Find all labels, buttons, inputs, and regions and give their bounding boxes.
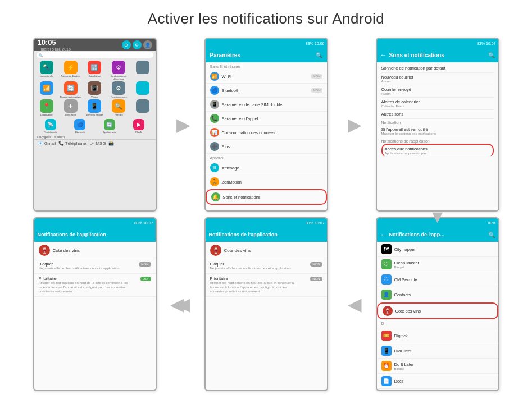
settings-sons-notif[interactable]: 🔔 Sons et notifications: [206, 189, 327, 205]
cell-home: 10:05 mardi 5 juil. 2016 ⊕ ⚙ 👤 🔍 🔦 Lampe…: [11, 38, 178, 212]
app-notif-off-bloquer: Bloquer Ne jamais afficher les notificat…: [206, 259, 327, 274]
home-time: 10:05: [38, 38, 74, 47]
app-notif-off-icon: 🍷: [210, 245, 221, 256]
app-notif-off-header: Notifications de l'application: [206, 227, 327, 242]
app-fonct: ⚙ Fonctionnement: [107, 81, 130, 98]
arrow-right-1: ▶: [176, 114, 190, 135]
app-row-cmsecurity[interactable]: 🛡 CM Security: [377, 272, 498, 287]
app-row-d[interactable]: D: [377, 319, 498, 328]
app-row-digitick[interactable]: 🎫 Digitick: [377, 328, 498, 343]
page-title: Activer les notifications sur Android: [148, 10, 385, 27]
settings-status-bar: 83%10:06: [206, 39, 327, 48]
app-extra: [131, 61, 154, 80]
sons-search-icon[interactable]: 🔍: [488, 52, 495, 58]
app-list-search-icon[interactable]: 🔍: [488, 232, 495, 238]
notif-row-sonnerie[interactable]: Sonnerie de notification par défaut: [381, 64, 494, 73]
app-notif-on-prio-toggle[interactable]: OUI: [140, 277, 151, 281]
app-row-doitlater[interactable]: ⏰ Do It Later Bloqué: [377, 359, 498, 374]
settings-section-device: Appareil: [206, 154, 327, 161]
settings-zenmotion[interactable]: 🏃 ZenMotion: [206, 175, 327, 189]
home-apps: 🔦 Lampe torche ⚡ Puissance & optim. 🔢 Ca…: [34, 59, 156, 118]
app-list-title: Notifications de l'app...: [389, 232, 486, 237]
app-vibreur: 📳 Vibreur: [83, 81, 106, 98]
arrow-left-5: ◀: [170, 293, 184, 315]
app-play: ▶ PlayTe: [125, 119, 153, 134]
home-carrier: Bouygues Telecom: [34, 135, 156, 139]
app-notif-off-prio-toggle[interactable]: NON: [310, 277, 322, 281]
app-calc: 🔢 Calculatrice: [83, 61, 106, 80]
sons-title: Sons et notifications: [389, 52, 486, 58]
settings-plus[interactable]: ➕ Plus: [206, 140, 327, 154]
app-notif-off-bloquer-toggle[interactable]: NON: [310, 262, 322, 267]
home-icon-2: ⚙: [133, 40, 142, 49]
settings-data[interactable]: 📊 Consommation des données: [206, 126, 327, 140]
app-notif-off-bloquer-title: Bloquer: [210, 262, 291, 267]
app-row-citymapper[interactable]: 🗺 Citymapper: [377, 242, 498, 257]
notif-row-courrier[interactable]: Nouveau courrier Aucun: [381, 73, 494, 85]
settings-sim[interactable]: 📱 Paramètres de carte SIM double: [206, 98, 327, 112]
home-date: mardi 5 juil. 2016: [38, 47, 74, 52]
notif-row-verrou[interactable]: Si l'appareil est verrouillé Masquer le …: [381, 125, 494, 137]
notif-section-label: Notification: [381, 119, 494, 125]
app-notif-on-prio-title: Prioritaire: [39, 276, 129, 281]
phone-app-notif-off: 83%10:07 Notifications de l'application …: [204, 217, 328, 391]
app-synchos: 🔄 Synchos auto: [96, 119, 124, 134]
phone-app-list: 83% ← Notifications de l'app... 🔍 🗺 City…: [376, 217, 499, 391]
cell-app-list: 83% ← Notifications de l'app... 🔍 🗺 City…: [354, 217, 521, 391]
phone-settings: 83%10:06 Paramètres 🔍 Sans fil et réseau…: [204, 38, 328, 212]
app-row-cleanmaster[interactable]: 🛡 Clean Master Bloqué: [377, 257, 498, 272]
app-notif-on-header: Notifications de l'application: [34, 227, 156, 242]
app-notif-on-title: Notifications de l'application: [38, 232, 106, 237]
notif-section-app: Notifications de l'application: [381, 137, 494, 144]
app-list-back-icon[interactable]: ←: [380, 231, 387, 239]
app-extra2: [131, 99, 154, 116]
cell-sons-notif: 83%10:07 ← Sons et notifications 🔍 Sonne…: [354, 38, 521, 212]
notif-row-acces[interactable]: Accès aux notifications Applications ne …: [381, 144, 494, 157]
app-puissance: ⚡ Puissance & optim.: [59, 61, 82, 80]
sons-content: Sonnerie de notification par défaut Nouv…: [377, 62, 498, 158]
app-point-acces: 📡 Point d'accès: [37, 119, 65, 134]
settings-bluetooth[interactable]: 🔵 Bluetooth NON: [206, 84, 327, 98]
app-notif-off-app-row: 🍷 Cote des vins: [206, 242, 327, 259]
app-notif-off-bloquer-desc: Ne jamais afficher les notifications de …: [210, 267, 291, 271]
app-notif-on-bloquer-desc: Ne jamais afficher les notifications de …: [39, 267, 120, 271]
sons-back-icon[interactable]: ←: [380, 51, 387, 59]
app-row-contacts[interactable]: 👤 Contacts: [377, 287, 498, 302]
app-list-header: ← Notifications de l'app... 🔍: [377, 227, 498, 242]
app-notif-on-prioritaire: Prioritaire Afficher les notifications e…: [34, 274, 156, 297]
settings-affichage[interactable]: 🖥 Affichage: [206, 161, 327, 175]
settings-wifi[interactable]: 📶 Wi-Fi NON: [206, 70, 327, 84]
app-bt2: 🔵 Bluetooth: [66, 119, 94, 134]
cell-app-notif-off: 83%10:07 Notifications de l'application …: [183, 217, 349, 391]
notif-row-courrier-envoye[interactable]: Courrier envoyé Aucun: [381, 85, 494, 98]
app-notif-on-bloquer-toggle[interactable]: NON: [139, 262, 151, 267]
phone-home: 10:05 mardi 5 juil. 2016 ⊕ ⚙ 👤 🔍 🔦 Lampe…: [33, 38, 157, 212]
app-wifi: 📶: [35, 81, 58, 98]
screenshots-grid: 10:05 mardi 5 juil. 2016 ⊕ ⚙ 👤 🔍 🔦 Lampe…: [11, 38, 521, 391]
app-notif-on-name: Cote des vins: [53, 248, 80, 253]
notif-row-calendrier[interactable]: Alertes de calendrier Calendar Event: [381, 98, 494, 110]
phone-sons-notif: 83%10:07 ← Sons et notifications 🔍 Sonne…: [376, 38, 499, 212]
app-notif-off-prio-title: Prioritaire: [210, 276, 297, 281]
app-notif-on-icon: 🍷: [39, 245, 50, 256]
app-gest: ⚙ Gestionnaire de démarrage: [107, 61, 130, 80]
app-notif-on-status: 83%10:07: [34, 218, 156, 227]
phone-app-notif-on: 83%10:07 Notifications de l'application …: [33, 217, 157, 391]
app-row-docs[interactable]: 📄 Docs: [377, 374, 498, 389]
home-icon-1: ⊕: [122, 40, 131, 49]
app-rotation: 🔄 Rotation automatique: [59, 81, 82, 98]
app-notif-off-name: Cote des vins: [224, 248, 251, 253]
notif-row-autres[interactable]: Autres sons: [381, 110, 494, 119]
arrow-right-5: ◀: [348, 293, 362, 315]
app-loc: 📍 Localisation: [35, 99, 58, 116]
settings-appel[interactable]: 📞 Paramètres d'appel: [206, 112, 327, 126]
sons-status-bar: 83%10:07: [377, 39, 498, 48]
app-row-dmclient[interactable]: 📱 DMClient: [377, 343, 498, 359]
settings-search-icon[interactable]: 🔍: [316, 52, 322, 58]
cell-app-notif-on: 83%10:07 Notifications de l'application …: [11, 217, 178, 391]
app-row-cotevins[interactable]: 🍷 Cote des vins: [377, 302, 498, 319]
arrow-down-3: ▼: [429, 207, 447, 227]
settings-header: Paramètres 🔍: [206, 48, 327, 62]
arrow-right-2: ▶: [348, 114, 362, 135]
app-notif-off-prio-desc: Afficher les notifications en haut de la…: [210, 281, 297, 294]
